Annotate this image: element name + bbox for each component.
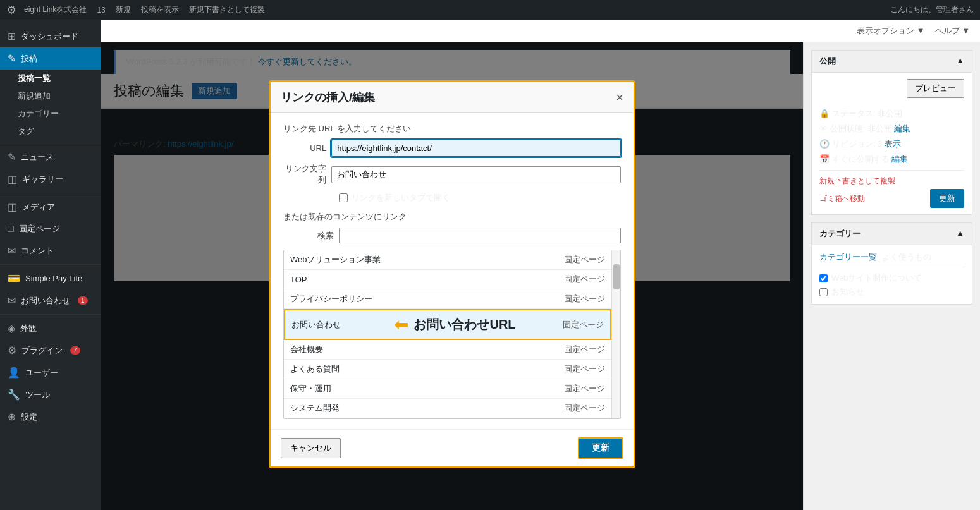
visibility-row: 👁 公開状態: 非公開 編集	[819, 123, 964, 135]
list-item[interactable]: プライバシーポリシー 固定ページ	[284, 289, 611, 309]
tools-icon: 🔧	[8, 389, 20, 401]
list-item[interactable]: よくある質問 固定ページ	[284, 360, 611, 379]
schedule-edit-link[interactable]: 編集	[891, 154, 908, 164]
status-row: 🔒 ステータス: 非公開	[819, 108, 964, 119]
item-type: 固定ページ	[564, 383, 605, 394]
sidebar-item-settings[interactable]: ⊕ 設定	[0, 406, 101, 428]
sidebar-item-simplepay[interactable]: 💳 Simple Pay Lite	[0, 267, 101, 289]
schedule-row: 📅 すぐに公開する 編集	[819, 154, 964, 165]
list-items: Webソリューション事業 固定ページ TOP 固定ページ	[284, 250, 611, 418]
sidebar-item-pages[interactable]: □ 固定ページ	[0, 218, 101, 240]
news-icon: ✎	[8, 151, 16, 163]
sidebar-sub-category[interactable]: カテゴリー	[10, 105, 101, 123]
dialog-header: リンクの挿入/編集 ×	[271, 82, 634, 113]
preview-button[interactable]: プレビュー	[907, 79, 964, 98]
sidebar-item-label: プラグイン	[21, 345, 63, 356]
category-all-tab[interactable]: カテゴリー一覧	[819, 252, 877, 263]
item-type: 固定ページ	[564, 363, 605, 375]
sidebar-item-comments[interactable]: ✉ コメント	[0, 240, 101, 262]
status-text: ステータス: 非公開	[832, 109, 902, 118]
sidebar-item-label: 投稿	[21, 53, 37, 64]
sidebar-item-label: 外観	[20, 323, 37, 334]
revision-link[interactable]: 表示	[885, 139, 901, 149]
category-used-tab[interactable]: よく使うもの	[882, 252, 931, 263]
plugins-icon: ⚙	[8, 344, 16, 356]
linktext-label: リンク文字列	[283, 163, 326, 186]
sidebar-sub-new[interactable]: 新規追加	[10, 87, 101, 105]
list-item[interactable]: 会社概要 固定ページ	[284, 340, 611, 360]
sidebar-item-label: メディア	[22, 202, 55, 213]
visibility-edit-link[interactable]: 編集	[894, 124, 910, 133]
gallery-icon: ◫	[8, 173, 17, 185]
sidebar-item-gallery[interactable]: ◫ ギャラリー	[0, 168, 101, 190]
annotation-text: お問い合わせURL	[413, 316, 515, 333]
update-post-button[interactable]: 更新	[930, 189, 964, 208]
sidebar-item-label: ツール	[25, 389, 50, 401]
sidebar-item-label: ギャラリー	[22, 174, 63, 185]
pages-icon: □	[8, 223, 14, 234]
item-title: 会社概要	[290, 344, 323, 355]
help-button[interactable]: ヘルプ ▼	[935, 25, 970, 37]
schedule-text: すぐに公開する	[832, 154, 890, 164]
admin-bar-view[interactable]: 投稿を表示	[141, 4, 179, 15]
draft-link[interactable]: 新規下書きとして複製	[819, 176, 895, 186]
newtab-checkbox[interactable]	[339, 193, 348, 202]
media-icon: ◫	[8, 201, 17, 213]
linktext-input[interactable]	[331, 166, 621, 183]
linktext-row: リンク文字列	[283, 163, 621, 186]
site-name[interactable]: eight Link株式会社	[24, 4, 87, 15]
cancel-button[interactable]: キャンセル	[281, 438, 341, 458]
sidebar-sub-tag[interactable]: タグ	[10, 123, 101, 140]
or-section-label: または既存のコンテンツにリンク	[283, 211, 621, 222]
url-input[interactable]	[331, 140, 621, 157]
search-input[interactable]	[339, 228, 621, 243]
publish-section: 公開 ▲ プレビュー 🔒 ステータス: 非公開 👁 公開状態: 非公開	[811, 50, 972, 215]
dashboard-icon: ⊞	[8, 30, 16, 42]
sidebar-item-contact[interactable]: ✉ お問い合わせ 1	[0, 289, 101, 312]
revision-row: 🕐 リビジョン: 3 表示	[819, 138, 964, 150]
arrow-annotation: ⬅ お問い合わせURL	[394, 314, 515, 335]
sidebar-item-tools[interactable]: 🔧 ツール	[0, 384, 101, 406]
item-type: 固定ページ	[564, 403, 605, 414]
update-button[interactable]: 更新	[578, 437, 623, 459]
list-item[interactable]: システム開発 固定ページ	[284, 399, 611, 418]
sidebar-item-dashboard[interactable]: ⊞ ダッシュボード	[0, 25, 101, 47]
sidebar-sub-all-posts[interactable]: 投稿一覧	[10, 70, 101, 87]
list-item[interactable]: Webソリューション事業 固定ページ	[284, 250, 611, 270]
category-item-news: お知らせ	[819, 286, 964, 298]
item-title: システム開発	[290, 403, 340, 414]
dialog-hint: リンク先 URL を入力してください	[283, 123, 621, 135]
admin-bar-new[interactable]: 新規	[116, 4, 131, 15]
modal-overlay[interactable]: リンクの挿入/編集 × リンク先 URL を入力してください URL	[101, 42, 803, 510]
display-options[interactable]: 表示オプション ▼	[857, 25, 924, 37]
sidebar-item-appearance[interactable]: ◈ 外観	[0, 317, 101, 339]
sidebar-item-media[interactable]: ◫ メディア	[0, 196, 101, 218]
trash-link[interactable]: ゴミ箱へ移動	[819, 193, 865, 204]
sidebar: ⊞ ダッシュボード ✎ 投稿 投稿一覧 新規追加 カテゴリー タグ ✎ ニュース…	[0, 20, 101, 510]
list-scroll: Webソリューション事業 固定ページ TOP 固定ページ	[284, 250, 620, 418]
category-body: カテゴリー一覧 よく使うもの Webサイト制作について お知らせ	[812, 245, 972, 304]
url-row: URL	[283, 140, 621, 157]
sidebar-item-label: 設定	[21, 411, 37, 423]
sidebar-item-news[interactable]: ✎ ニュース	[0, 146, 101, 168]
publish-arrow[interactable]: ▲	[956, 56, 964, 67]
sidebar-item-users[interactable]: 👤 ユーザー	[0, 361, 101, 384]
sidebar-item-posts[interactable]: ✎ 投稿	[0, 47, 101, 70]
list-item[interactable]: 保守・運用 固定ページ	[284, 379, 611, 399]
category-checkbox-news[interactable]	[819, 288, 828, 296]
category-checkbox-web[interactable]	[819, 274, 828, 282]
sidebar-item-plugins[interactable]: ⚙ プラグイン 7	[0, 339, 101, 361]
list-item-contact[interactable]: お問い合わせ ⬅ お問い合わせURL 固定ページ	[284, 309, 611, 340]
admin-greeting: こんにちは、管理者さん	[890, 4, 974, 15]
list-scrollbar[interactable]	[611, 250, 620, 418]
list-item[interactable]: TOP 固定ページ	[284, 270, 611, 289]
comments-icon: ✉	[8, 245, 16, 257]
category-arrow[interactable]: ▲	[956, 228, 964, 240]
publish-title: 公開	[819, 56, 836, 67]
admin-bar-right: こんにちは、管理者さん	[890, 4, 974, 15]
item-title: 保守・運用	[290, 383, 331, 394]
admin-bar-duplicate[interactable]: 新規下書きとして複製	[189, 4, 265, 15]
admin-bar-count[interactable]: 13	[97, 6, 105, 15]
visibility-text: 公開状態: 非公開	[830, 124, 892, 133]
dialog-close-button[interactable]: ×	[616, 91, 623, 104]
